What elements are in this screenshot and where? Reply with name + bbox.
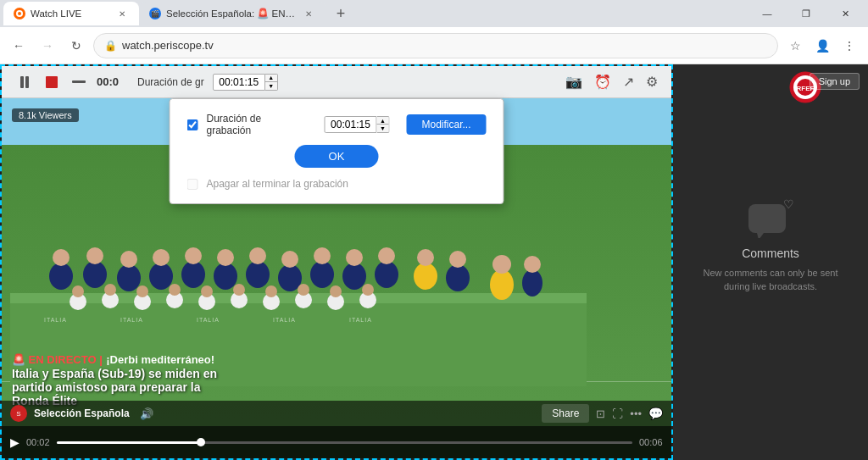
modify-button[interactable]: Modificar... <box>406 114 486 135</box>
toolbar-right: ☆ 👤 ⋮ <box>783 34 861 58</box>
tab2-label: Selección Española: 🚨 EN DI... <box>166 8 297 19</box>
signup-button[interactable]: Sign up <box>810 73 860 90</box>
dialog-duration-up[interactable]: ▲ <box>376 117 388 125</box>
tab1-close[interactable]: ✕ <box>115 7 129 20</box>
maximize-button[interactable]: ❐ <box>787 0 826 27</box>
forward-button[interactable]: → <box>36 34 59 58</box>
svg-point-1 <box>18 12 21 15</box>
lock-icon: 🔒 <box>104 40 117 52</box>
dialog-duration-input[interactable] <box>324 116 376 133</box>
dialog-shutdown-label: Apagar al terminar la grabación <box>207 178 348 190</box>
dialog-shutdown-checkbox[interactable] <box>187 179 198 190</box>
heart-icon: ♡ <box>783 197 794 211</box>
ok-button[interactable]: OK <box>295 145 379 168</box>
address-input[interactable] <box>122 39 767 52</box>
browser-window: Watch LIVE ✕ 🎬 Selección Española: 🚨 EN … <box>0 0 868 64</box>
comments-center: ♡ Comments New comments can only be sent… <box>703 64 838 460</box>
svg-marker-59 <box>757 233 764 238</box>
dialog-ok-row: OK <box>187 145 487 168</box>
dialog-duration-down[interactable]: ▼ <box>376 125 388 132</box>
tab1-favicon <box>14 8 25 19</box>
reload-button[interactable]: ↻ <box>64 34 88 58</box>
tab-watch-live[interactable]: Watch LIVE ✕ <box>3 2 139 25</box>
browser-toolbar: ← → ↻ 🔒 ☆ 👤 ⋮ <box>0 27 868 64</box>
close-button[interactable]: ✕ <box>826 0 865 27</box>
profile-button[interactable]: 👤 <box>810 34 834 58</box>
tab2-close[interactable]: ✕ <box>302 7 315 20</box>
menu-button[interactable]: ⋮ <box>837 34 861 58</box>
svg-rect-58 <box>748 204 786 233</box>
new-tab-button[interactable]: + <box>329 2 353 25</box>
comments-subtitle: New comments can only be sent during liv… <box>703 267 838 293</box>
address-bar[interactable]: 🔒 <box>93 33 778 58</box>
dialog-duration-row: Duración de grabación ▲ ▼ Modificar... <box>187 113 487 136</box>
dialog-overlay: Duración de grabación ▲ ▼ Modificar... O… <box>2 66 671 458</box>
back-button[interactable]: ← <box>7 34 31 58</box>
tab-seleccion[interactable]: 🎬 Selección Española: 🚨 EN DI... ✕ <box>139 2 326 25</box>
bookmark-button[interactable]: ☆ <box>783 34 807 58</box>
chat-bubble-icon: ♡ <box>747 197 794 240</box>
comments-title: Comments <box>742 247 799 260</box>
window-controls: — ❐ ✕ <box>748 0 865 27</box>
content-area: ITALIA ITALIA ITALIA ITALIA ITALIA 8.1k … <box>0 64 868 460</box>
video-area: ITALIA ITALIA ITALIA ITALIA ITALIA 8.1k … <box>0 64 673 460</box>
dialog-shutdown-row: Apagar al terminar la grabación <box>187 178 487 190</box>
recording-dialog: Duración de grabación ▲ ▼ Modificar... O… <box>170 98 504 204</box>
dialog-duration-checkbox[interactable] <box>187 119 198 130</box>
dialog-duration-label: Duración de grabación <box>207 113 308 136</box>
tab1-label: Watch LIVE <box>31 8 110 19</box>
title-bar: Watch LIVE ✕ 🎬 Selección Española: 🚨 EN … <box>0 0 868 27</box>
tab2-favicon: 🎬 <box>149 8 161 19</box>
comments-panel: RFEF Sign up ♡ Comments New comments can… <box>673 64 868 460</box>
minimize-button[interactable]: — <box>748 0 787 27</box>
